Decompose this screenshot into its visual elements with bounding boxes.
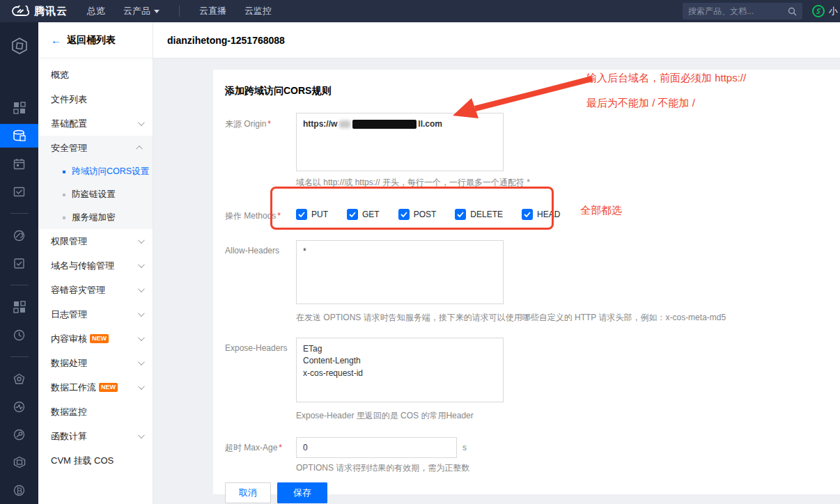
sidebar-item-fault-tolerance[interactable]: 容错容灾管理 <box>38 278 153 302</box>
allow-headers-row: Allow-Headers * <box>225 240 823 306</box>
sidebar-item-domain-transfer[interactable]: 域名与传输管理 <box>38 253 153 278</box>
sidebar-subitem-cors-settings[interactable]: 跨域访问CORS设置 <box>38 160 153 183</box>
sidebar-item-basic-config[interactable]: 基础配置 <box>38 111 153 136</box>
security-management-group: 安全管理 跨域访问CORS设置 防盗链设置 服务端加密 <box>38 136 153 229</box>
bullet-icon <box>63 171 65 173</box>
checked-checkbox-icon[interactable] <box>296 209 307 220</box>
chevron-down-icon <box>138 383 145 390</box>
chevron-down-icon <box>138 334 145 341</box>
sidebar-subitem-hotlink-protection[interactable]: 防盗链设置 <box>38 183 153 206</box>
sidebar-item-data-workflow[interactable]: 数据工作流NEW <box>38 375 153 400</box>
new-badge: NEW <box>90 334 109 343</box>
max-age-help-text: OPTIONS 请求得到结果的有效期，需为正整数 <box>296 462 823 474</box>
methods-row: 全部都选 操作 Methods* PUT GET POST DELETE HEA… <box>225 205 823 223</box>
annotation-select-all: 全部都选 <box>580 204 622 217</box>
tencent-cloud-logo[interactable]: 腾讯云 <box>0 5 77 18</box>
billing-circle-icon[interactable] <box>0 478 38 502</box>
redaction-block <box>352 120 417 129</box>
checkbox-post[interactable]: POST <box>398 209 437 220</box>
annotation-line2: 最后为不能加 / 不能加 / <box>586 97 695 110</box>
search-input[interactable] <box>688 6 788 16</box>
nav-cloud-products[interactable]: 云产品 <box>123 5 160 17</box>
rail-divider <box>10 213 29 214</box>
back-to-bucket-list[interactable]: 返回桶列表 <box>38 22 153 58</box>
sidebar-item-overview[interactable]: 概览 <box>38 63 153 87</box>
checked-checkbox-icon[interactable] <box>522 209 533 220</box>
nav-overview[interactable]: 总览 <box>87 5 105 17</box>
sidebar-item-data-monitoring[interactable]: 数据监控 <box>38 400 153 424</box>
nav-divider <box>179 6 180 17</box>
methods-checkbox-group: PUT GET POST DELETE HEAD <box>296 209 560 220</box>
nav-cloud-monitor[interactable]: 云监控 <box>244 5 272 17</box>
cors-form-panel: 输入后台域名，前面必须加 https:// 最后为不能加 / 不能加 / 添加跨… <box>213 70 840 494</box>
storage-bucket-icon-active[interactable] <box>0 124 38 148</box>
search-icon[interactable] <box>788 7 797 16</box>
chevron-down-icon <box>138 285 145 292</box>
chevron-down-icon <box>138 261 145 268</box>
media-review-icon[interactable] <box>0 180 38 203</box>
sidebar-item-content-review[interactable]: 内容审核NEW <box>38 326 153 351</box>
brand-name: 腾讯云 <box>34 5 68 18</box>
apps-grid-icon[interactable] <box>0 295 38 319</box>
sidebar-item-log-management[interactable]: 日志管理 <box>38 302 153 326</box>
chevron-up-icon <box>136 145 143 152</box>
allow-headers-label: Allow-Headers <box>225 240 296 255</box>
checkbox-get[interactable]: GET <box>347 209 380 220</box>
bucket-sidebar: 返回桶列表 概览 文件列表 基础配置 安全管理 跨域访问CORS设置 防盗链设置… <box>38 22 153 504</box>
task-check-icon[interactable] <box>0 251 38 275</box>
chevron-down-icon <box>138 119 145 126</box>
search-box[interactable] <box>683 3 802 19</box>
rail-divider <box>10 356 29 357</box>
rail-divider <box>10 285 29 285</box>
new-badge: NEW <box>99 383 118 392</box>
origin-textarea[interactable]: https://wll.com <box>296 113 504 171</box>
network-service-icon[interactable] <box>0 223 38 247</box>
red-highlight-box <box>270 187 554 230</box>
back-arrow-icon <box>51 34 61 46</box>
checkbox-delete[interactable]: DELETE <box>455 209 503 220</box>
left-icon-rail <box>0 22 38 504</box>
cancel-button[interactable]: 取消 <box>225 482 271 503</box>
overview-grid-icon[interactable] <box>0 96 38 120</box>
sidebar-item-security-management[interactable]: 安全管理 <box>38 136 153 160</box>
chevron-down-icon <box>138 359 145 365</box>
save-button[interactable]: 保存 <box>277 482 327 503</box>
chevron-down-icon <box>154 10 160 13</box>
checkbox-head[interactable]: HEAD <box>522 209 560 220</box>
sidebar-subitem-server-encryption[interactable]: 服务端加密 <box>38 206 153 229</box>
sidebar-item-file-list[interactable]: 文件列表 <box>38 87 153 111</box>
user-account[interactable]: 小 <box>812 5 840 17</box>
max-age-input[interactable] <box>296 437 457 458</box>
methods-label: 操作 Methods* <box>225 207 296 222</box>
checked-checkbox-icon[interactable] <box>398 209 410 220</box>
redaction-blur <box>339 120 350 128</box>
history-clock-icon[interactable] <box>0 323 38 347</box>
sidebar-item-cvm-mount-cos[interactable]: CVM 挂载 COS <box>38 448 153 473</box>
sidebar-item-function-compute[interactable]: 函数计算 <box>38 424 153 448</box>
calendar-icon[interactable] <box>0 152 38 175</box>
bucket-name-title: dianzihetong-1251768088 <box>167 35 285 46</box>
bullet-icon <box>63 216 65 219</box>
sidebar-item-data-processing[interactable]: 数据处理 <box>38 351 153 375</box>
origin-row: 来源 Origin* https://wll.com <box>225 113 823 171</box>
top-navigation-bar: 腾讯云 总览 云产品 云直播 云监控 小 <box>0 0 840 22</box>
expose-headers-textarea[interactable]: ETag Content-Length x-cos-request-id <box>296 338 504 402</box>
required-asterisk: * <box>279 443 282 452</box>
sidebar-item-permission-management[interactable]: 权限管理 <box>38 229 153 253</box>
allow-headers-help-text: 在发送 OPTIONS 请求时告知服务端，接下来的请求可以使用哪些自定义的 HT… <box>296 312 823 324</box>
expose-headers-row: Expose-Headers ETag Content-Length x-cos… <box>225 338 823 404</box>
archive-box-icon[interactable] <box>0 450 38 474</box>
shield-icon[interactable] <box>0 367 38 391</box>
checked-checkbox-icon[interactable] <box>347 209 358 220</box>
cos-product-logo-icon[interactable] <box>0 32 38 60</box>
expose-headers-help-text: Expose-Header 里返回的是 COS 的常用Header <box>296 410 823 422</box>
max-age-unit: s <box>462 443 467 452</box>
checked-checkbox-icon[interactable] <box>455 209 466 220</box>
allow-headers-textarea[interactable]: * <box>296 240 504 304</box>
content-header: dianzihetong-1251768088 <box>153 22 840 58</box>
pulse-monitor-icon[interactable] <box>0 395 38 418</box>
checkbox-put[interactable]: PUT <box>296 209 328 220</box>
global-tools-icon[interactable] <box>0 423 38 446</box>
chevron-down-icon <box>138 432 145 439</box>
nav-live-streaming[interactable]: 云直播 <box>199 5 226 17</box>
